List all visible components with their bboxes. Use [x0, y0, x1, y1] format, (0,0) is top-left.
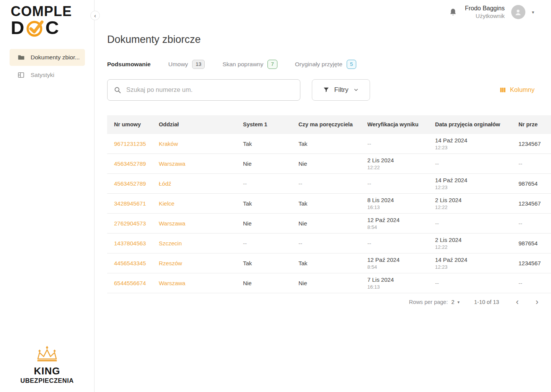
- contract-number-link[interactable]: 4563452789: [114, 180, 146, 187]
- main-area: Frodo Baggins Użytkownik ▾ Dokumenty zbi…: [95, 0, 551, 392]
- table-row[interactable]: 1437804563 Szczecin -- -- -- 2 Lis 2024 …: [107, 234, 551, 253]
- contract-number-link[interactable]: 4563452789: [114, 160, 146, 167]
- contract-number-link[interactable]: 4456543345: [114, 260, 146, 266]
- contract-number-link[interactable]: 6544556674: [114, 280, 146, 286]
- logo-letter-d: D: [11, 18, 24, 37]
- system1-value: Tak: [243, 200, 252, 207]
- verification-date: --: [367, 180, 435, 187]
- previous-page-button[interactable]: ‹: [516, 298, 518, 306]
- user-name: Frodo Baggins: [465, 5, 505, 12]
- tab-podsumowanie[interactable]: Podsumowanie: [107, 61, 151, 68]
- guarantor-value: --: [298, 180, 302, 187]
- filters-button[interactable]: Filtry: [312, 79, 370, 101]
- bell-icon: [449, 8, 457, 16]
- branch-link[interactable]: Szczecin: [159, 240, 182, 247]
- verification-date: 2 Lis 2024: [367, 157, 435, 163]
- shipment-number: --: [518, 280, 522, 286]
- received-time: 12:23: [435, 145, 518, 150]
- contract-number-link[interactable]: 9671231235: [114, 140, 146, 147]
- branch-link[interactable]: Kielce: [159, 200, 174, 207]
- tab-umowy[interactable]: Umowy 13: [168, 60, 205, 69]
- logo-text-doc: D C: [11, 18, 94, 38]
- system1-value: --: [243, 180, 247, 187]
- columns-icon: [499, 87, 506, 93]
- king-logo-subtext: UBEZPIECZENIA: [0, 377, 94, 384]
- tab-skan-poprawny[interactable]: Skan poprawny 7: [222, 60, 277, 69]
- king-ubezpieczenia-logo: KING UBEZPIECZENIA: [0, 344, 94, 384]
- guarantor-value: Nie: [298, 280, 307, 286]
- received-date: --: [435, 220, 518, 227]
- search-input[interactable]: [126, 86, 294, 94]
- tab-count-badge: 7: [267, 60, 277, 69]
- folder-icon: [17, 54, 25, 61]
- notifications-button[interactable]: [449, 8, 457, 16]
- branch-link[interactable]: Rzeszów: [159, 260, 182, 266]
- verification-time: 8:54: [367, 264, 435, 270]
- system1-value: Nie: [243, 280, 252, 286]
- sidebar: COMPLE D C Dokumenty zbior... Satystyki: [0, 0, 95, 392]
- tab-oryginaly-przyjete[interactable]: Oryginały przyjęte 5: [295, 60, 357, 69]
- search-box: [107, 79, 300, 101]
- page-title: Dokumenty zbiorcze: [107, 34, 551, 46]
- table-row[interactable]: 3428945671 Kielce Tak Tak 8 Lis 2024 16:…: [107, 194, 551, 214]
- table-row[interactable]: 4456543345 Rzeszów Tak Tak 12 Paź 2024 8…: [107, 253, 551, 273]
- tab-label: Podsumowanie: [107, 61, 151, 68]
- column-header-nr-umowy: Nr umowy: [107, 115, 159, 134]
- received-time: 12:23: [435, 185, 518, 190]
- next-page-button[interactable]: ›: [536, 298, 538, 306]
- column-header-oddzial: Oddział: [159, 115, 243, 134]
- verification-date: 12 Paź 2024: [367, 256, 435, 263]
- user-role: Użytkownik: [465, 13, 505, 19]
- system1-value: Tak: [243, 140, 252, 147]
- rows-per-page-select[interactable]: 2 ▾: [451, 299, 460, 305]
- guarantor-value: Tak: [298, 200, 307, 207]
- branch-link[interactable]: Kraków: [159, 140, 178, 147]
- sidebar-collapse-button[interactable]: ‹: [90, 11, 100, 20]
- pagination: Rows per page: 2 ▾ 1-10 of 13 ‹ ›: [107, 293, 538, 311]
- branch-link[interactable]: Warszawa: [159, 220, 185, 227]
- tab-label: Umowy: [168, 61, 188, 68]
- branch-link[interactable]: Łódź: [159, 180, 171, 187]
- shipment-number: --: [518, 220, 522, 227]
- circle-check-icon: [25, 18, 45, 38]
- verification-date: --: [367, 240, 435, 247]
- table-row[interactable]: 9671231235 Kraków Tak Tak -- 14 Paź 2024…: [107, 134, 551, 154]
- table-row[interactable]: 2762904573 Warszawa Nie Nie 12 Paź 2024 …: [107, 214, 551, 234]
- contract-number-link[interactable]: 3428945671: [114, 200, 146, 207]
- received-date: --: [435, 160, 518, 167]
- logo-letter-c: C: [45, 18, 59, 37]
- avatar[interactable]: [511, 5, 525, 19]
- received-date: 2 Lis 2024: [435, 237, 518, 243]
- columns-button[interactable]: Kolumny: [499, 86, 535, 93]
- table-row[interactable]: 4563452789 Warszawa Nie Nie 2 Lis 2024 1…: [107, 154, 551, 174]
- topbar: Frodo Baggins Użytkownik ▾: [449, 5, 534, 19]
- shipment-number: 1234567: [518, 260, 541, 266]
- filters-label: Filtry: [334, 86, 349, 94]
- shipment-number: 987654: [518, 240, 538, 247]
- table-row[interactable]: 6544556674 Warszawa Nie Nie 7 Lis 2024 1…: [107, 273, 551, 293]
- system1-value: --: [243, 240, 247, 247]
- search-icon: [114, 86, 121, 94]
- branch-link[interactable]: Warszawa: [159, 280, 185, 286]
- verification-time: 12:22: [367, 165, 435, 170]
- compledoc-logo: COMPLE D C: [0, 0, 94, 38]
- contract-number-link[interactable]: 2762904573: [114, 220, 146, 227]
- person-icon: [514, 8, 522, 16]
- guarantor-value: Nie: [298, 220, 307, 227]
- column-header-weryfikacja-wyniku: Weryfikacja wyniku: [367, 115, 435, 134]
- contract-number-link[interactable]: 1437804563: [114, 240, 146, 247]
- shipment-number: 1234567: [518, 200, 541, 207]
- verification-time: 8:54: [367, 224, 435, 230]
- columns-label: Kolumny: [510, 86, 535, 93]
- sidebar-item-satystyki[interactable]: Satystyki: [10, 67, 85, 83]
- guarantor-value: Tak: [298, 260, 307, 266]
- logo-text-comple: COMPLE: [11, 5, 94, 18]
- toolbar: Filtry Kolumny: [107, 79, 551, 101]
- sidebar-item-dokumenty-zbiorcze[interactable]: Dokumenty zbior...: [10, 49, 85, 66]
- guarantor-value: Nie: [298, 160, 307, 167]
- table-row[interactable]: 4563452789 Łódź -- -- -- 14 Paź 2024 12:…: [107, 174, 551, 194]
- user-menu-caret[interactable]: ▾: [532, 10, 534, 15]
- filter-icon: [323, 87, 329, 93]
- table-chart-icon: [17, 71, 25, 79]
- branch-link[interactable]: Warszawa: [159, 160, 185, 167]
